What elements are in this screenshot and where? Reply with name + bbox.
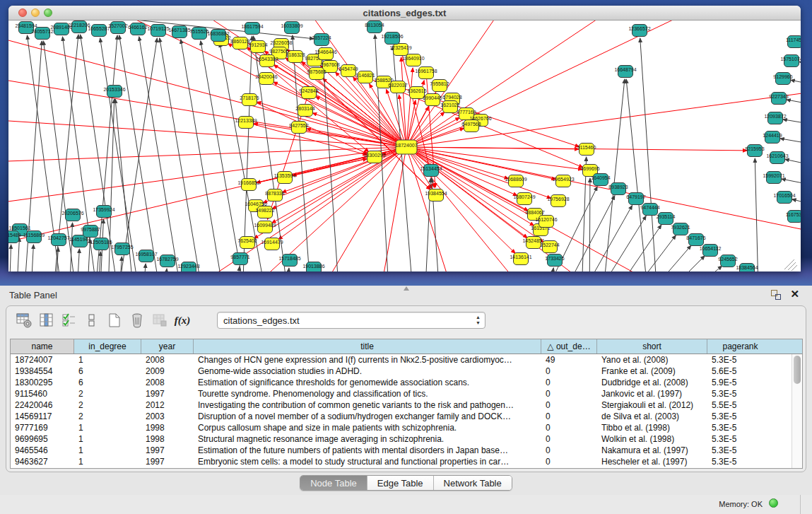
- network-window-titlebar[interactable]: citations_edges.txt: [8, 6, 801, 21]
- table-cell-short[interactable]: Stergiakouli et al. (2012): [597, 399, 707, 411]
- scrollbar-thumb[interactable]: [794, 356, 801, 384]
- table-cell-name[interactable]: 18724007: [11, 354, 74, 366]
- table-cell-title[interactable]: Investigating the contribution of common…: [194, 399, 541, 411]
- table-cell-pagerank[interactable]: 5.3E-5: [707, 456, 773, 467]
- table-cell-out_degree[interactable]: 0: [541, 399, 597, 411]
- table-cell-name[interactable]: 9463627: [11, 456, 74, 467]
- table-cell-in_degree[interactable]: 1: [74, 456, 141, 467]
- float-panel-icon[interactable]: [771, 290, 781, 300]
- table-cell-title[interactable]: Estimation of significance thresholds fo…: [194, 377, 541, 388]
- table-cell-title[interactable]: Structural magnetic resonance image aver…: [194, 433, 541, 445]
- delete-table-icon[interactable]: [151, 311, 169, 329]
- table-cell-pagerank[interactable]: 5.3E-5: [707, 422, 773, 433]
- table-selector-dropdown[interactable]: citations_edges.txt ▲▼: [217, 312, 486, 329]
- table-cell-pagerank[interactable]: 5.3E-5: [707, 445, 773, 456]
- panel-resize-handle[interactable]: [404, 286, 409, 291]
- table-cell-title[interactable]: Embryonic stem cells: a model to study s…: [194, 456, 541, 467]
- table-cell-in_degree[interactable]: 2: [74, 399, 141, 411]
- function-builder-icon[interactable]: f(x): [173, 311, 192, 329]
- table-cell-in_degree[interactable]: 6: [74, 377, 141, 388]
- table-cell-title[interactable]: Corpus callosum shape and size in male p…: [194, 422, 541, 433]
- table-cell-title[interactable]: Tourette syndrome. Phenomenology and cla…: [194, 388, 541, 399]
- memory-status-indicator[interactable]: [769, 498, 778, 508]
- table-cell-out_degree[interactable]: 0: [541, 388, 597, 399]
- table-cell-out_degree[interactable]: 0: [541, 456, 597, 467]
- canvas-resize-grip[interactable]: [784, 259, 797, 271]
- table-cell-in_degree[interactable]: 1: [74, 354, 141, 366]
- network-canvas[interactable]: 1872400779638228860128891293423226058982…: [8, 21, 801, 271]
- table-cell-out_degree[interactable]: 0: [541, 445, 597, 456]
- table-row[interactable]: 911546021997Tourette syndrome. Phenomeno…: [11, 388, 802, 399]
- table-cell-year[interactable]: 1997: [141, 456, 194, 467]
- column-header-short[interactable]: short: [597, 339, 707, 354]
- table-cell-year[interactable]: 2009: [141, 366, 194, 377]
- table-cell-pagerank[interactable]: 5.3E-5: [707, 388, 773, 399]
- table-cell-short[interactable]: Nakamura et al. (1997): [597, 445, 707, 456]
- close-panel-icon[interactable]: ✕: [790, 288, 799, 300]
- table-cell-out_degree[interactable]: 0: [541, 411, 597, 422]
- column-header-pagerank[interactable]: pagerank: [707, 339, 773, 354]
- table-cell-short[interactable]: Dudbridge et al. (2008): [597, 377, 707, 388]
- table-cell-year[interactable]: 1998: [141, 433, 194, 445]
- table-cell-short[interactable]: Yano et al. (2008): [597, 354, 707, 366]
- table-cell-pagerank[interactable]: 5.5E-5: [707, 399, 773, 411]
- column-header-title[interactable]: title: [194, 339, 541, 354]
- table-cell-pagerank[interactable]: 5.3E-5: [707, 411, 773, 422]
- table-cell-short[interactable]: de Silva et al. (2003): [597, 411, 707, 422]
- table-cell-pagerank[interactable]: 5.3E-5: [707, 433, 773, 445]
- column-header-year[interactable]: year: [141, 339, 194, 354]
- table-cell-year[interactable]: 2003: [141, 411, 194, 422]
- column-header-in_degree[interactable]: in_degree: [74, 339, 141, 354]
- table-cell-out_degree[interactable]: 0: [541, 377, 597, 388]
- table-row[interactable]: 2242004622012Investigating the contribut…: [11, 399, 802, 411]
- column-header-out_degree[interactable]: △ out_de…: [541, 339, 597, 354]
- table-cell-pagerank[interactable]: 5.3E-5: [707, 354, 773, 366]
- table-cell-year[interactable]: 2012: [141, 399, 194, 411]
- table-cell-year[interactable]: 1998: [141, 422, 194, 433]
- table-row[interactable]: 969969511998Structural magnetic resonanc…: [11, 433, 802, 445]
- table-cell-in_degree[interactable]: 1: [74, 445, 141, 456]
- table-cell-in_degree[interactable]: 2: [74, 411, 141, 422]
- table-cell-year[interactable]: 1997: [141, 445, 194, 456]
- table-cell-in_degree[interactable]: 1: [74, 422, 141, 433]
- table-row[interactable]: 1830029562008Estimation of significance …: [11, 377, 802, 388]
- table-cell-short[interactable]: Franke et al. (2009): [597, 366, 707, 377]
- table-cell-name[interactable]: 14569117: [11, 411, 74, 422]
- table-cell-title[interactable]: Disruption of a novel member of a sodium…: [194, 411, 541, 422]
- table-mode-icon[interactable]: [15, 311, 33, 329]
- table-cell-in_degree[interactable]: 1: [74, 433, 141, 445]
- select-all-icon[interactable]: [60, 311, 78, 329]
- table-cell-in_degree[interactable]: 2: [74, 388, 141, 399]
- table-cell-pagerank[interactable]: 5.6E-5: [707, 366, 773, 377]
- tab-network-table[interactable]: Network Table: [434, 476, 512, 490]
- table-cell-pagerank[interactable]: 5.9E-5: [707, 377, 773, 388]
- table-cell-out_degree[interactable]: 49: [541, 354, 597, 366]
- table-cell-out_degree[interactable]: 0: [541, 433, 597, 445]
- table-cell-year[interactable]: 2008: [141, 354, 194, 366]
- table-cell-in_degree[interactable]: 6: [74, 366, 141, 377]
- table-cell-short[interactable]: Tibbo et al. (1998): [597, 422, 707, 433]
- table-row[interactable]: 1456911722003Disruption of a novel membe…: [11, 411, 802, 422]
- vertical-scrollbar[interactable]: [792, 354, 802, 468]
- table-cell-short[interactable]: Hescheler et al. (1997): [597, 456, 707, 467]
- table-cell-title[interactable]: Changes of HCN gene expression and I(f) …: [194, 354, 541, 366]
- delete-column-icon[interactable]: [128, 311, 146, 329]
- table-cell-out_degree[interactable]: 0: [541, 422, 597, 433]
- show-columns-icon[interactable]: [37, 311, 56, 329]
- table-cell-title[interactable]: Estimation of the future numbers of pati…: [194, 445, 541, 456]
- column-header-name[interactable]: name: [11, 339, 74, 354]
- table-cell-name[interactable]: 22420046: [11, 399, 74, 411]
- tab-edge-table[interactable]: Edge Table: [367, 476, 434, 490]
- table-cell-name[interactable]: 19384554: [11, 366, 74, 377]
- table-cell-year[interactable]: 2008: [141, 377, 194, 388]
- table-cell-title[interactable]: Genome-wide association studies in ADHD.: [194, 366, 541, 377]
- rows-icon[interactable]: [83, 311, 101, 329]
- table-row[interactable]: 946362711997Embryonic stem cells: a mode…: [11, 456, 802, 467]
- table-cell-year[interactable]: 1997: [141, 388, 194, 399]
- table-cell-name[interactable]: 9777169: [11, 422, 74, 433]
- table-cell-short[interactable]: Wolkin et al. (1998): [597, 433, 707, 445]
- table-cell-name[interactable]: 9115460: [11, 388, 74, 399]
- table-row[interactable]: 946554611997Estimation of the future num…: [11, 445, 802, 456]
- table-cell-out_degree[interactable]: 0: [541, 366, 597, 377]
- new-column-icon[interactable]: [105, 311, 124, 329]
